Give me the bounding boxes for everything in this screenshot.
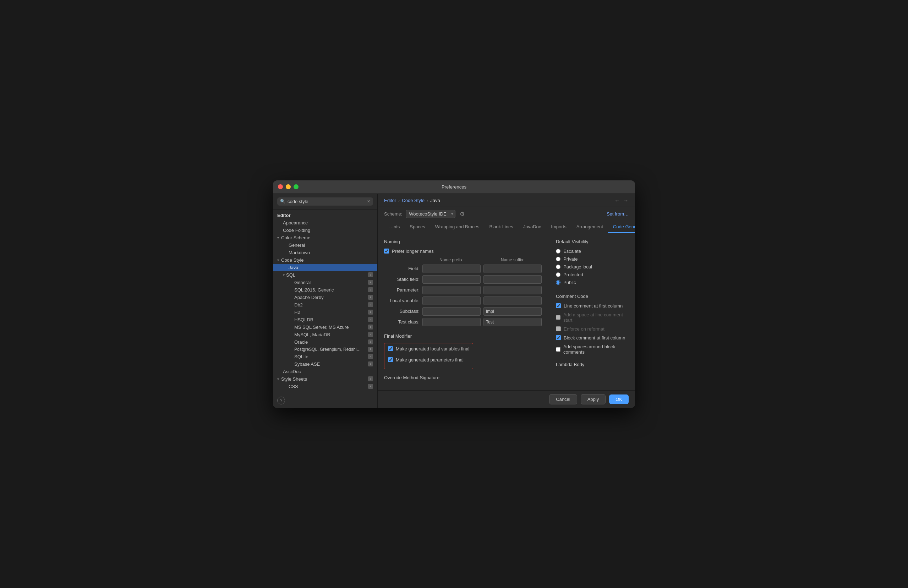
tab-arrangement[interactable]: Arrangement <box>572 221 608 233</box>
maximize-button[interactable] <box>293 184 298 189</box>
enforce-reformat-label: Enforce on reformat <box>563 326 604 332</box>
test-class-prefix-input[interactable] <box>422 318 481 326</box>
scheme-label: Scheme: <box>384 211 402 217</box>
sidebar-item-oracle[interactable]: Oracle ≡ <box>273 338 377 346</box>
sidebar-item-appearance[interactable]: Appearance <box>273 219 377 227</box>
sidebar-item-sql-label: SQL <box>286 272 295 278</box>
search-box: 🔍 ✕ <box>273 194 377 209</box>
search-input[interactable] <box>288 199 365 204</box>
sidebar-item-asciidoc[interactable]: AsciiDoc <box>273 368 377 375</box>
tabs-bar: …nts Spaces Wrapping and Braces Blank Li… <box>378 221 635 233</box>
back-arrow[interactable]: ← <box>615 197 620 204</box>
radio-package-local-input[interactable] <box>556 264 560 269</box>
sidebar-item-editor[interactable]: Editor <box>273 212 377 219</box>
local-var-prefix-input[interactable] <box>422 296 481 305</box>
sidebar-item-css-label: CSS <box>288 384 298 389</box>
sidebar-item-sybase[interactable]: Sybase ASE ≡ <box>273 361 377 368</box>
db-icon-h2: ≡ <box>368 309 373 314</box>
local-var-suffix-input[interactable] <box>483 296 542 305</box>
tab-javadoc[interactable]: JavaDoc <box>518 221 546 233</box>
sidebar-item-code-style-label: Code Style <box>281 258 304 263</box>
sidebar-item-postgres[interactable]: PostgreSQL, Greenplum, Redshi… ≡ <box>273 346 377 353</box>
sidebar-item-style-sheets[interactable]: ▾ Style Sheets ≡ <box>273 375 377 383</box>
apply-button[interactable]: Apply <box>581 394 606 404</box>
sidebar-item-mssql[interactable]: MS SQL Server, MS Azure ≡ <box>273 324 377 331</box>
content-area: 🔍 ✕ Editor Appearance Code Folding <box>273 194 635 408</box>
parameter-suffix-input[interactable] <box>483 286 542 294</box>
set-from-link[interactable]: Set from… <box>607 211 629 217</box>
sidebar-item-java[interactable]: Java <box>273 264 377 271</box>
tab-nts[interactable]: …nts <box>384 221 405 233</box>
help-button[interactable]: ? <box>277 396 285 404</box>
radio-protected-input[interactable] <box>556 272 560 277</box>
sidebar-item-sql2016[interactable]: SQL:2016, Generic ≡ <box>273 286 377 294</box>
gear-button[interactable]: ⚙ <box>459 210 465 218</box>
radio-private: Private <box>556 256 629 262</box>
breadcrumb-code-style[interactable]: Code Style <box>402 198 425 203</box>
sidebar-item-sql-expand-icon: ▾ <box>283 273 285 277</box>
ok-button[interactable]: OK <box>609 395 629 404</box>
sidebar-item-apache-derby-label: Apache Derby <box>294 295 324 300</box>
line-comment-first-col-checkbox[interactable] <box>556 303 561 308</box>
sidebar-item-color-scheme[interactable]: ▾ Color Scheme <box>273 234 377 242</box>
scheme-select-wrapper: WootecoStyle IDE <box>406 210 456 218</box>
tab-wrapping[interactable]: Wrapping and Braces <box>430 221 485 233</box>
radio-escalate-input[interactable] <box>556 249 560 253</box>
field-prefix-input[interactable] <box>422 264 481 273</box>
sidebar-item-markdown[interactable]: Markdown <box>273 249 377 256</box>
sidebar-item-sql-general[interactable]: General ≡ <box>273 279 377 286</box>
tab-blank-lines[interactable]: Blank Lines <box>485 221 518 233</box>
sidebar-item-h2[interactable]: H2 ≡ <box>273 309 377 316</box>
sidebar-item-db2[interactable]: Db2 ≡ <box>273 301 377 309</box>
enforce-reformat-row: Enforce on reformat <box>556 326 629 332</box>
sidebar-item-css[interactable]: CSS ≡ <box>273 383 377 390</box>
sidebar-item-mysql[interactable]: MySQL, MariaDB ≡ <box>273 331 377 338</box>
field-suffix-input[interactable] <box>483 264 542 273</box>
subclass-prefix-input[interactable] <box>422 307 481 316</box>
sidebar-item-asciidoc-label: AsciiDoc <box>283 369 301 374</box>
add-spaces-block-comments-checkbox[interactable] <box>556 347 560 352</box>
tab-spaces[interactable]: Spaces <box>405 221 430 233</box>
add-space-line-comment-checkbox[interactable] <box>556 315 560 320</box>
sidebar: 🔍 ✕ Editor Appearance Code Folding <box>273 194 378 408</box>
sidebar-item-apache-derby[interactable]: Apache Derby ≡ <box>273 294 377 301</box>
enforce-reformat-checkbox[interactable] <box>556 326 561 331</box>
clear-icon[interactable]: ✕ <box>367 199 370 204</box>
block-comment-first-col-checkbox[interactable] <box>556 335 561 340</box>
sidebar-bottom: ? <box>273 393 377 408</box>
breadcrumb-editor[interactable]: Editor <box>384 198 396 203</box>
sidebar-item-general[interactable]: General <box>273 242 377 249</box>
test-class-suffix-input[interactable] <box>483 318 542 326</box>
tree: Editor Appearance Code Folding ▾ Color S… <box>273 209 377 393</box>
local-var-label: Local variable: <box>384 298 420 303</box>
make-local-final-row: Make generated local variables final <box>388 346 469 351</box>
add-spaces-block-comments-row: Add spaces around block comments <box>556 344 629 355</box>
radio-public-input[interactable] <box>556 280 560 285</box>
forward-arrow[interactable]: → <box>623 197 629 204</box>
sidebar-item-sql[interactable]: ▾ SQL ≡ <box>273 271 377 279</box>
add-space-line-comment-row: Add a space at line comment start <box>556 312 629 323</box>
sidebar-item-code-folding[interactable]: Code Folding <box>273 227 377 234</box>
scheme-select[interactable]: WootecoStyle IDE <box>406 210 456 218</box>
minimize-button[interactable] <box>286 184 291 189</box>
sidebar-item-hsqldb[interactable]: HSQLDB ≡ <box>273 316 377 324</box>
tab-code-generation[interactable]: Code Generation <box>608 221 635 233</box>
close-button[interactable] <box>278 184 283 189</box>
sidebar-item-code-style[interactable]: ▾ Code Style <box>273 256 377 264</box>
radio-private-input[interactable] <box>556 257 560 261</box>
sidebar-item-hsqldb-label: HSQLDB <box>294 317 313 322</box>
right-panel: Default Visibility Escalate Private <box>556 239 629 385</box>
titlebar: Preferences <box>273 180 635 194</box>
tab-imports[interactable]: Imports <box>546 221 571 233</box>
sidebar-item-sqlite[interactable]: SQLite ≡ <box>273 353 377 361</box>
cancel-button[interactable]: Cancel <box>549 394 577 404</box>
prefer-longer-checkbox[interactable] <box>384 248 389 253</box>
line-comment-first-col-label: Line comment at first column <box>563 303 623 309</box>
db-icon-style-sheets: ≡ <box>368 376 373 381</box>
static-field-suffix-input[interactable] <box>483 275 542 284</box>
make-params-final-checkbox[interactable] <box>388 357 393 362</box>
make-local-final-checkbox[interactable] <box>388 346 393 351</box>
parameter-prefix-input[interactable] <box>422 286 481 294</box>
static-field-prefix-input[interactable] <box>422 275 481 284</box>
subclass-suffix-input[interactable] <box>483 307 542 316</box>
